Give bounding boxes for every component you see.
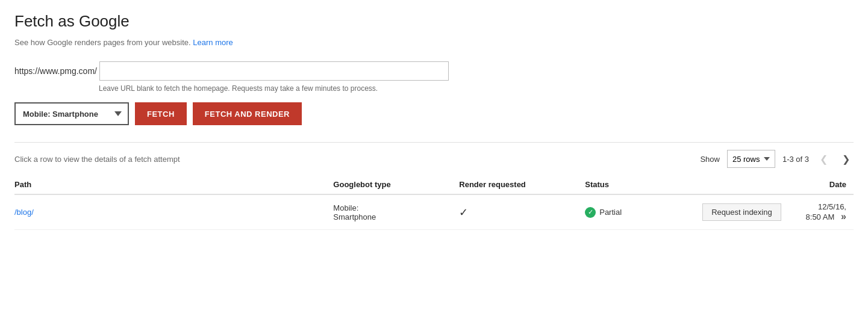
- cell-date: 12/5/16, 8:50 AM »: [803, 194, 854, 230]
- fetch-table: Path Googlebot type Render requested Sta…: [14, 175, 854, 230]
- learn-more-link[interactable]: Learn more: [193, 38, 233, 47]
- page-title: Fetch as Google: [14, 12, 854, 31]
- table-body: /blog/ Mobile: Smartphone ✓ ✓ Partial Re…: [14, 194, 854, 230]
- page-description: See how Google renders pages from your w…: [14, 38, 854, 47]
- render-checkmark: ✓: [459, 206, 468, 218]
- cell-path: /blog/: [14, 194, 333, 230]
- table-header-row: Path Googlebot type Render requested Sta…: [14, 175, 854, 194]
- url-hint: Leave URL blank to fetch the homepage. R…: [99, 84, 854, 93]
- double-chevron-icon: »: [841, 211, 846, 221]
- date-value: 12/5/16, 8:50 AM: [806, 202, 846, 221]
- table-controls: Click a row to view the details of a fet…: [14, 150, 854, 168]
- next-page-button[interactable]: ❯: [838, 152, 854, 166]
- fetch-button[interactable]: FETCH: [135, 102, 187, 125]
- col-header-status: Status: [585, 175, 702, 194]
- status-label: Partial: [599, 208, 622, 217]
- cell-render: ✓: [459, 194, 585, 230]
- cell-action: Request indexing: [702, 194, 803, 230]
- fetch-and-render-button[interactable]: FETCH AND RENDER: [193, 102, 302, 125]
- url-prefix: https://www.pmg.com/: [14, 66, 97, 76]
- pagination-info: 1-3 of 3: [782, 155, 809, 164]
- col-header-render: Render requested: [459, 175, 585, 194]
- url-row: https://www.pmg.com/: [14, 61, 854, 81]
- rows-per-page-select[interactable]: 25 rows 10 rows 50 rows: [727, 150, 775, 168]
- status-icon: ✓: [585, 207, 596, 218]
- googlebot-line2: Smartphone: [333, 212, 376, 221]
- url-input[interactable]: [99, 61, 449, 81]
- device-select[interactable]: Mobile: Smartphone Desktop Mobile: Featu…: [14, 102, 129, 125]
- googlebot-line1: Mobile:: [333, 203, 358, 212]
- cell-status: ✓ Partial: [585, 194, 702, 230]
- col-header-date: Date: [803, 175, 854, 194]
- pagination-area: Show 25 rows 10 rows 50 rows 1-3 of 3 ❮ …: [700, 150, 854, 168]
- request-indexing-button[interactable]: Request indexing: [702, 203, 781, 221]
- col-header-path: Path: [14, 175, 333, 194]
- prev-page-button[interactable]: ❮: [816, 152, 831, 166]
- controls-row: Mobile: Smartphone Desktop Mobile: Featu…: [14, 102, 854, 125]
- col-header-action: [702, 175, 803, 194]
- status-check-icon: ✓: [588, 208, 593, 216]
- table-header: Path Googlebot type Render requested Sta…: [14, 175, 854, 194]
- path-link[interactable]: /blog/: [14, 208, 34, 217]
- table-row[interactable]: /blog/ Mobile: Smartphone ✓ ✓ Partial Re…: [14, 194, 854, 230]
- col-header-googlebot: Googlebot type: [333, 175, 459, 194]
- show-label: Show: [700, 155, 720, 164]
- description-text: See how Google renders pages from your w…: [14, 38, 191, 47]
- status-partial: ✓ Partial: [585, 207, 695, 218]
- divider: [14, 142, 854, 143]
- table-hint: Click a row to view the details of a fet…: [14, 155, 180, 164]
- cell-googlebot: Mobile: Smartphone: [333, 194, 459, 230]
